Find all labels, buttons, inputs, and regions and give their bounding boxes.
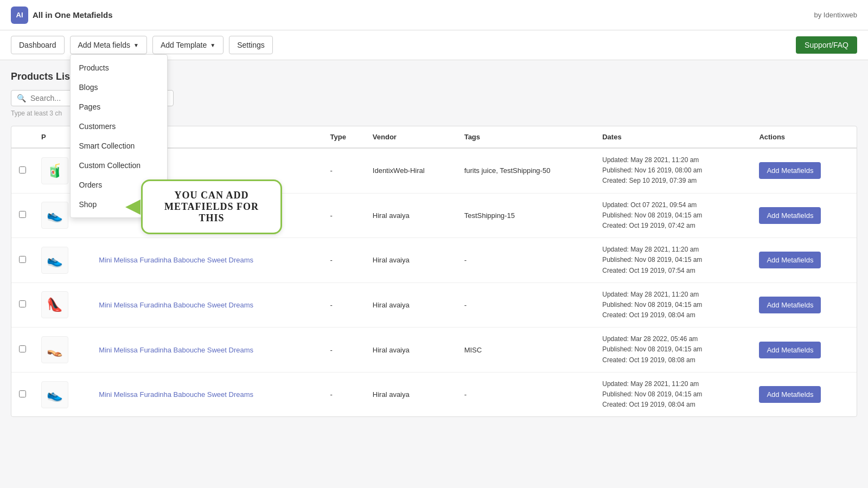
row-image-cell: 👟: [34, 372, 91, 416]
chevron-down-icon: ▼: [210, 42, 215, 48]
table-row: 👡 Mini Melissa Furadinha Babouche Sweet …: [11, 328, 857, 373]
row-checkbox-cell: [11, 148, 34, 193]
updated-date: Updated: May 28 2021, 11:20 am: [602, 245, 744, 255]
table-row: 👠 Mini Melissa Furadinha Babouche Sweet …: [11, 282, 857, 328]
row-vendor-cell: Hiral avaiya: [365, 282, 457, 328]
row-dates-cell: Updated: May 28 2021, 11:20 am Published…: [595, 148, 751, 193]
row-actions-cell: Add Metafields: [751, 193, 857, 238]
add-metafields-button[interactable]: Add Metafields: [759, 386, 821, 403]
app-logo: AI All in One Metafields: [11, 7, 113, 24]
row-type-cell: -: [323, 193, 365, 238]
row-type-cell: -: [323, 238, 365, 283]
row-title-cell: Mini Melissa Furadinha Babouche Sweet Dr…: [91, 282, 322, 328]
add-meta-fields-dropdown[interactable]: Add Meta fields ▼ Products Blogs Pages C…: [70, 36, 147, 54]
updated-date: Updated: May 28 2021, 11:20 am: [602, 379, 744, 389]
add-meta-fields-button[interactable]: Add Meta fields ▼: [70, 36, 147, 54]
updated-date: Updated: Mar 28 2022, 05:46 am: [602, 334, 744, 344]
add-template-button[interactable]: Add Template ▼: [152, 36, 224, 54]
row-checkbox[interactable]: [19, 256, 26, 263]
by-text: by Identixweb: [814, 11, 858, 19]
row-dates-cell: Updated: Oct 07 2021, 09:54 am Published…: [595, 193, 751, 238]
row-type-cell: -: [323, 372, 365, 416]
support-label: Support/FAQ: [805, 41, 848, 49]
row-dates-cell: Updated: May 28 2021, 11:20 am Published…: [595, 282, 751, 328]
add-template-label: Add Template: [161, 41, 207, 49]
row-type-cell: -: [323, 282, 365, 328]
product-image: 👟: [41, 381, 68, 408]
created-date: Created: Oct 19 2019, 08:04 am: [602, 400, 744, 410]
product-title-link[interactable]: Mini Melissa Furadinha Babouche Sweet Dr…: [99, 346, 253, 354]
add-metafields-button[interactable]: Add Metafields: [759, 252, 821, 268]
created-date: Created: Oct 19 2019, 08:08 am: [602, 355, 744, 365]
published-date: Published: Nov 08 2019, 04:15 am: [602, 255, 744, 265]
row-checkbox[interactable]: [19, 390, 26, 397]
row-image-cell: 👟: [34, 238, 91, 283]
menu-item-customers[interactable]: Customers: [71, 117, 167, 136]
row-checkbox-cell: [11, 238, 34, 283]
row-tags-cell: -: [457, 238, 595, 283]
row-tags-cell: TestShipping-15: [457, 193, 595, 238]
product-image: 👠: [41, 291, 68, 318]
published-date: Published: Nov 08 2019, 04:15 am: [602, 389, 744, 400]
updated-date: Updated: May 28 2021, 11:20 am: [602, 155, 744, 165]
row-dates-cell: Updated: May 28 2021, 11:20 am Published…: [595, 372, 751, 416]
row-dates-cell: Updated: Mar 28 2022, 05:46 am Published…: [595, 328, 751, 373]
row-type-cell: -: [323, 148, 365, 193]
add-metafields-button[interactable]: Add Metafields: [759, 162, 821, 179]
menu-item-custom-collection[interactable]: Custom Collection: [71, 156, 167, 175]
row-actions-cell: Add Metafields: [751, 238, 857, 283]
add-metafields-button[interactable]: Add Metafields: [759, 207, 821, 224]
col-dates: Dates: [595, 126, 751, 148]
row-title-cell: Mini Melissa Furadinha Babouche Sweet Dr…: [91, 238, 322, 283]
published-date: Published: Nov 08 2019, 04:15 am: [602, 300, 744, 310]
row-title-cell: Mini Melissa Furadinha Babouche Sweet Dr…: [91, 328, 322, 373]
col-type: Type: [323, 126, 365, 148]
row-tags-cell: -: [457, 282, 595, 328]
row-dates-cell: Updated: May 28 2021, 11:20 am Published…: [595, 238, 751, 283]
updated-date: Updated: Oct 07 2021, 09:54 am: [602, 200, 744, 210]
col-checkbox: [11, 126, 34, 148]
col-tags: Tags: [457, 126, 595, 148]
row-checkbox-cell: [11, 193, 34, 238]
dashboard-label: Dashboard: [19, 41, 56, 49]
row-vendor-cell: Hiral avaiya: [365, 328, 457, 373]
menu-item-pages[interactable]: Pages: [71, 97, 167, 117]
product-title-link[interactable]: Mini Melissa Furadinha Babouche Sweet Dr…: [99, 390, 253, 399]
product-title-link[interactable]: Mini Melissa Furadinha Babouche Sweet Dr…: [99, 256, 253, 264]
nav-bar: Dashboard Add Meta fields ▼ Products Blo…: [0, 30, 868, 60]
row-vendor-cell: Hiral avaiya: [365, 238, 457, 283]
row-actions-cell: Add Metafields: [751, 372, 857, 416]
row-tags-cell: MISC: [457, 328, 595, 373]
row-actions-cell: Add Metafields: [751, 148, 857, 193]
app-logo-icon: AI: [11, 7, 28, 24]
created-date: Created: Sep 10 2019, 07:39 am: [602, 176, 744, 186]
col-vendor: Vendor: [365, 126, 457, 148]
menu-item-products[interactable]: Products: [71, 58, 167, 78]
row-checkbox[interactable]: [19, 300, 26, 307]
row-tags-cell: furits juice, TestShipping-50: [457, 148, 595, 193]
row-checkbox[interactable]: [19, 345, 26, 352]
product-title-link[interactable]: Mini Melissa Furadinha Babouche Sweet Dr…: [99, 301, 253, 309]
published-date: Published: Nov 16 2019, 08:00 am: [602, 165, 744, 176]
support-faq-button[interactable]: Support/FAQ: [796, 36, 857, 54]
menu-item-smart-collection[interactable]: Smart Collection: [71, 136, 167, 156]
published-date: Published: Nov 08 2019, 04:15 am: [602, 210, 744, 221]
row-checkbox[interactable]: [19, 211, 26, 218]
published-date: Published: Nov 08 2019, 04:15 am: [602, 344, 744, 355]
row-checkbox[interactable]: [19, 166, 26, 174]
updated-date: Updated: May 28 2021, 11:20 am: [602, 290, 744, 300]
product-image: 🧃: [41, 157, 68, 184]
settings-label: Settings: [237, 41, 265, 49]
add-metafields-button[interactable]: Add Metafields: [759, 342, 821, 358]
dashboard-button[interactable]: Dashboard: [11, 36, 65, 54]
created-date: Created: Oct 19 2019, 08:04 am: [602, 310, 744, 320]
menu-item-blogs[interactable]: Blogs: [71, 78, 167, 97]
row-checkbox-cell: [11, 328, 34, 373]
row-vendor-cell: Hiral avaiya: [365, 372, 457, 416]
product-image: 👡: [41, 336, 68, 363]
table-row: 👟 Mini Melissa Furadinha Babouche Sweet …: [11, 238, 857, 283]
add-metafields-button[interactable]: Add Metafields: [759, 297, 821, 313]
chevron-down-icon: ▼: [133, 42, 139, 48]
row-checkbox-cell: [11, 372, 34, 416]
settings-button[interactable]: Settings: [229, 36, 273, 54]
